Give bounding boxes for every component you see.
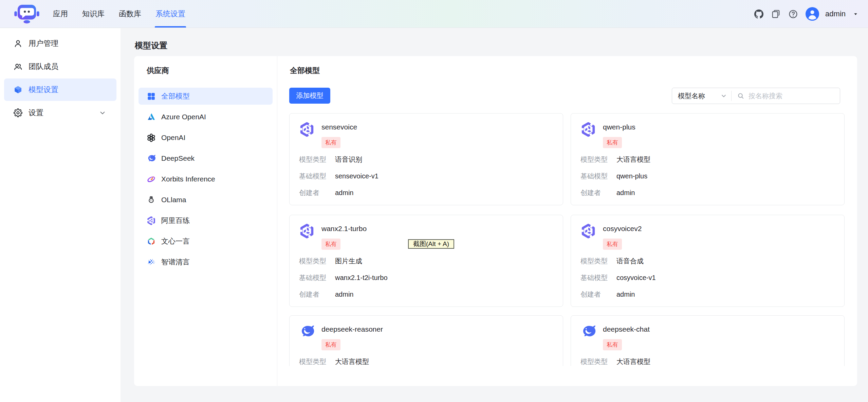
model-name: qwen-plus: [603, 123, 635, 131]
github-icon[interactable]: [754, 10, 763, 19]
model-name: cosyvoicev2: [603, 225, 642, 233]
model-type-row: 模型类型 语音合成: [571, 257, 844, 265]
sidebar-item-label: 团队成员: [29, 62, 58, 72]
model-type-row: 模型类型 图片生成: [290, 257, 563, 265]
top-navbar: 应用 知识库 函数库 系统设置 admin: [0, 0, 868, 28]
model-card-cosyvoice[interactable]: cosyvoicev2 私有 模型类型 语音合成 基础模型 cosyvoice-…: [571, 215, 845, 307]
top-navigation: 应用 知识库 函数库 系统设置: [53, 0, 185, 28]
creator-row: 创建者 admin: [571, 188, 844, 197]
docs-icon[interactable]: [771, 9, 781, 19]
topbar-right: admin: [754, 0, 858, 28]
bailian-icon: [580, 122, 596, 137]
bailian-icon: [299, 122, 315, 137]
private-badge: 私有: [321, 137, 340, 148]
nav-item-functions[interactable]: 函数库: [119, 0, 141, 28]
model-card-deepseek-reasoner[interactable]: deepseek-reasoner 私有 模型类型 大语言模型: [289, 315, 563, 366]
model-cards-area: sensevoice 私有 模型类型 语音识别 基础模型 sensevoice-…: [134, 56, 857, 366]
screenshot-tooltip: 截图(Alt + A): [408, 239, 454, 249]
caret-down-icon[interactable]: [853, 12, 858, 17]
model-card-wanx[interactable]: wanx2.1-turbo 私有 模型类型 图片生成 基础模型 wanx2.1-…: [289, 215, 563, 307]
model-card-qwen-plus[interactable]: qwen-plus 私有 模型类型 大语言模型 基础模型 qwen-plus 创…: [571, 113, 845, 205]
deepseek-icon: [580, 324, 596, 339]
model-name: deepseek-reasoner: [321, 325, 383, 333]
help-icon[interactable]: [788, 9, 798, 19]
sidebar-item-label: 用户管理: [29, 38, 58, 49]
robot-logo-icon: [14, 4, 40, 24]
chevron-down-icon[interactable]: [99, 109, 106, 117]
model-settings-panel: 供应商 全部模型 Azure OpenAI OpenAI DeepSeek: [134, 56, 857, 386]
base-model-row: 基础模型 sensevoice-v1: [290, 172, 563, 180]
creator-row: 创建者 admin: [290, 290, 563, 299]
private-badge: 私有: [603, 239, 622, 250]
model-type-row: 模型类型 大语言模型: [571, 357, 844, 366]
deepseek-icon: [299, 324, 315, 339]
sidebar-item-label: 模型设置: [29, 85, 58, 95]
model-card-deepseek-chat[interactable]: deepseek-chat 私有 模型类型 大语言模型: [571, 315, 845, 366]
bailian-icon: [299, 223, 315, 239]
private-badge: 私有: [603, 339, 622, 350]
private-badge: 私有: [321, 339, 340, 350]
base-model-row: 基础模型 qwen-plus: [571, 172, 844, 180]
settings-sidebar: 用户管理 团队成员 模型设置 设置: [0, 28, 121, 402]
model-type-row: 模型类型 大语言模型: [571, 155, 844, 164]
base-model-row: 基础模型 wanx2.1-t2i-turbo: [290, 273, 563, 282]
creator-row: 创建者 admin: [571, 290, 844, 299]
avatar[interactable]: [806, 7, 819, 21]
sidebar-item-model-settings[interactable]: 模型设置: [4, 78, 116, 101]
base-model-row: 基础模型 cosyvoice-v1: [571, 273, 844, 282]
model-card-sensevoice[interactable]: sensevoice 私有 模型类型 语音识别 基础模型 sensevoice-…: [289, 113, 563, 205]
sidebar-item-settings[interactable]: 设置: [4, 102, 116, 124]
nav-item-knowledge[interactable]: 知识库: [82, 0, 105, 28]
nav-item-apps[interactable]: 应用: [53, 0, 68, 28]
sidebar-item-team-members[interactable]: 团队成员: [4, 55, 116, 78]
private-badge: 私有: [321, 239, 340, 250]
gear-icon: [14, 108, 22, 117]
nav-item-system-settings[interactable]: 系统设置: [155, 0, 185, 28]
model-name: sensevoice: [321, 123, 357, 131]
bailian-icon: [580, 223, 596, 239]
cube-icon: [14, 85, 22, 94]
username[interactable]: admin: [825, 10, 846, 18]
model-name: wanx2.1-turbo: [321, 225, 367, 233]
team-icon: [14, 62, 22, 71]
creator-row: 创建者 admin: [290, 188, 563, 197]
private-badge: 私有: [603, 137, 622, 148]
sidebar-item-user-management[interactable]: 用户管理: [4, 32, 116, 55]
page-title: 模型设置: [135, 40, 167, 51]
user-icon: [14, 39, 22, 48]
app-logo[interactable]: [14, 0, 40, 28]
app-window: 应用 知识库 函数库 系统设置 admin: [0, 0, 868, 402]
model-type-row: 模型类型 大语言模型: [290, 357, 563, 366]
model-type-row: 模型类型 语音识别: [290, 155, 563, 164]
model-name: deepseek-chat: [603, 325, 650, 333]
sidebar-item-label: 设置: [29, 108, 43, 118]
